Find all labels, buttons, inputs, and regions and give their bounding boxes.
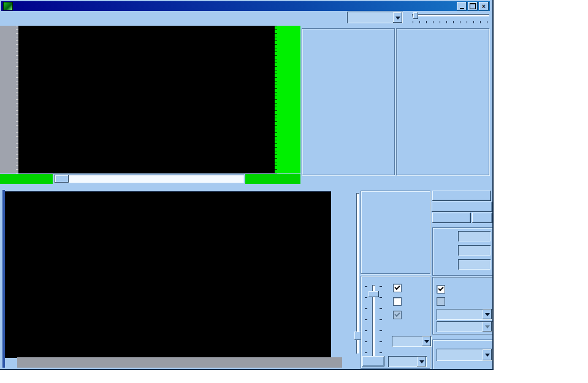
average-select[interactable] (392, 336, 432, 347)
auto-button[interactable] (362, 356, 384, 366)
display-options-group (361, 191, 430, 274)
scope-left-axis (0, 26, 18, 173)
spectrum-db-axis (331, 191, 354, 357)
hold-checkbox[interactable] (393, 297, 402, 306)
y-axis-slider-thumb[interactable] (368, 291, 379, 297)
y-axis-group (361, 276, 430, 369)
minimize-icon (460, 8, 464, 9)
spectrum-offset-slider[interactable] (356, 193, 359, 354)
truex-checkbox[interactable] (437, 297, 445, 306)
input-level-slider[interactable] (410, 11, 492, 25)
minimize-button[interactable] (457, 2, 467, 10)
log-x-checkbox[interactable] (437, 285, 445, 294)
chevron-down-icon[interactable] (483, 349, 492, 360)
capture-spectrum-button[interactable] (432, 202, 492, 212)
toolbar (1, 11, 491, 25)
channel-select[interactable] (437, 349, 492, 361)
input-source-select[interactable] (347, 12, 403, 23)
scope-scrollbar[interactable] (54, 175, 244, 183)
chevron-down-icon[interactable] (483, 309, 492, 319)
lines-checkbox[interactable] (393, 311, 402, 319)
main-area (0, 25, 492, 369)
scope-time-range (0, 174, 53, 184)
wait-value (458, 231, 491, 241)
log-y-checkbox[interactable] (393, 284, 402, 292)
scope-fullscale (245, 174, 300, 184)
capture-scope-button[interactable] (432, 191, 491, 201)
maximize-icon (470, 3, 476, 9)
used-value (458, 259, 491, 270)
input-level-slider-thumb[interactable] (413, 12, 418, 19)
channels-group (432, 339, 494, 370)
maximize-button[interactable] (468, 2, 478, 10)
slider-ticks (413, 21, 490, 23)
step-select[interactable] (388, 356, 427, 367)
channel-b-panel (396, 28, 489, 175)
spectrum-plot (5, 191, 331, 358)
chevron-down-icon (483, 322, 492, 332)
info-button[interactable] (472, 213, 492, 223)
scope-right-axis (275, 26, 300, 173)
chevron-down-icon[interactable] (417, 357, 426, 366)
ratio-select (437, 321, 492, 332)
y-slider-ticks-left (365, 286, 367, 365)
channel-a-panel (302, 28, 395, 175)
scope-scrollbar-thumb[interactable] (55, 175, 69, 183)
x-axis-group (432, 277, 494, 335)
fit-screen-select[interactable] (437, 309, 492, 320)
req-value (458, 245, 491, 256)
app-icon (3, 2, 13, 10)
waveon-button[interactable] (432, 213, 471, 223)
app-window: × (0, 0, 494, 370)
desktop: × (0, 0, 588, 383)
spectrum-freq-axis (17, 357, 342, 368)
scope-right-axis-ticks (275, 26, 277, 173)
chevron-down-icon[interactable] (422, 336, 431, 346)
close-button[interactable]: × (479, 2, 489, 10)
chevron-down-icon[interactable] (393, 12, 402, 23)
scope-plot (18, 26, 275, 173)
titlebar: × (1, 1, 490, 11)
y-slider-ticks-right (380, 286, 382, 365)
timing-stats-group (432, 227, 494, 276)
